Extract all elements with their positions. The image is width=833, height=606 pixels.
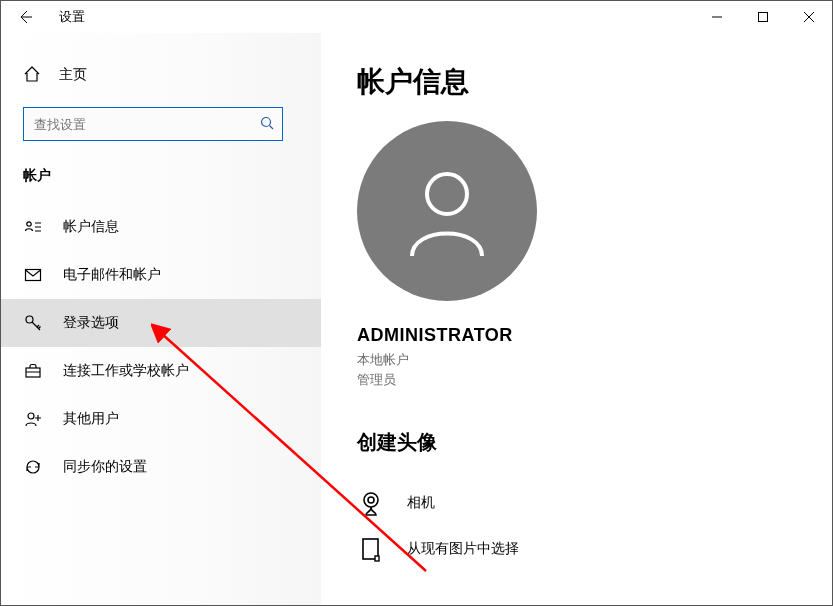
search-box[interactable] bbox=[23, 107, 283, 141]
main-content: 帐户信息 ADMINISTRATOR 本地帐户 管理员 创建头像 相机 bbox=[321, 33, 832, 605]
key-icon bbox=[23, 314, 43, 332]
person-icon bbox=[392, 156, 502, 266]
svg-point-7 bbox=[427, 174, 467, 214]
search-icon bbox=[260, 116, 274, 133]
window-title: 设置 bbox=[59, 8, 85, 26]
camera-icon bbox=[357, 489, 387, 517]
window-body: 主页 帐户 帐户信息 bbox=[1, 33, 832, 605]
mail-icon bbox=[23, 266, 43, 284]
browse-icon bbox=[357, 536, 387, 562]
sidebar-item-other-users[interactable]: 其他用户 bbox=[1, 395, 321, 443]
create-avatar-heading: 创建头像 bbox=[357, 429, 832, 456]
option-camera[interactable]: 相机 bbox=[357, 480, 832, 526]
sync-icon bbox=[23, 458, 43, 476]
sidebar-item-label: 其他用户 bbox=[63, 410, 119, 428]
close-icon bbox=[804, 12, 814, 22]
sidebar-item-label: 连接工作或学校帐户 bbox=[63, 362, 189, 380]
home-icon bbox=[23, 65, 41, 86]
sidebar-item-account-info[interactable]: 帐户信息 bbox=[1, 203, 321, 251]
sidebar-item-sync-settings[interactable]: 同步你的设置 bbox=[1, 443, 321, 491]
sidebar-item-email-accounts[interactable]: 电子邮件和帐户 bbox=[1, 251, 321, 299]
close-button[interactable] bbox=[786, 1, 832, 33]
user-name: ADMINISTRATOR bbox=[357, 325, 513, 346]
briefcase-icon bbox=[23, 362, 43, 380]
maximize-button[interactable] bbox=[740, 1, 786, 33]
svg-point-8 bbox=[364, 493, 378, 507]
person-card-icon bbox=[23, 218, 43, 236]
sidebar-home-label: 主页 bbox=[59, 66, 87, 84]
svg-point-6 bbox=[28, 413, 34, 419]
avatar bbox=[357, 121, 537, 301]
svg-point-9 bbox=[368, 497, 374, 503]
user-account-type: 本地帐户 bbox=[357, 350, 409, 370]
search-input[interactable] bbox=[32, 116, 260, 133]
minimize-button[interactable] bbox=[694, 1, 740, 33]
option-browse[interactable]: 从现有图片中选择 bbox=[357, 526, 832, 572]
maximize-icon bbox=[758, 12, 768, 22]
sidebar-item-label: 帐户信息 bbox=[63, 218, 119, 236]
sidebar-section-header: 帐户 bbox=[1, 157, 321, 203]
sidebar-item-label: 电子邮件和帐户 bbox=[63, 266, 161, 284]
settings-window: 设置 主页 bbox=[0, 0, 833, 606]
person-plus-icon bbox=[23, 410, 43, 428]
svg-point-4 bbox=[26, 316, 33, 323]
option-label: 相机 bbox=[407, 494, 435, 512]
sidebar-item-signin-options[interactable]: 登录选项 bbox=[1, 299, 321, 347]
sidebar: 主页 帐户 帐户信息 bbox=[1, 33, 321, 605]
svg-point-1 bbox=[262, 117, 271, 126]
page-title: 帐户信息 bbox=[357, 63, 832, 101]
sidebar-item-work-school[interactable]: 连接工作或学校帐户 bbox=[1, 347, 321, 395]
avatar-block: ADMINISTRATOR 本地帐户 管理员 bbox=[357, 121, 832, 389]
sidebar-item-label: 登录选项 bbox=[63, 314, 119, 332]
minimize-icon bbox=[712, 12, 722, 22]
user-role: 管理员 bbox=[357, 370, 396, 390]
svg-point-2 bbox=[27, 222, 31, 226]
svg-rect-0 bbox=[759, 13, 768, 22]
svg-rect-11 bbox=[375, 556, 379, 561]
arrow-left-icon bbox=[17, 9, 33, 25]
sidebar-item-label: 同步你的设置 bbox=[63, 458, 147, 476]
back-button[interactable] bbox=[9, 1, 41, 33]
sidebar-home[interactable]: 主页 bbox=[1, 55, 321, 95]
option-label: 从现有图片中选择 bbox=[407, 540, 519, 558]
window-controls bbox=[694, 1, 832, 33]
search-wrap bbox=[1, 95, 321, 157]
titlebar: 设置 bbox=[1, 1, 832, 33]
